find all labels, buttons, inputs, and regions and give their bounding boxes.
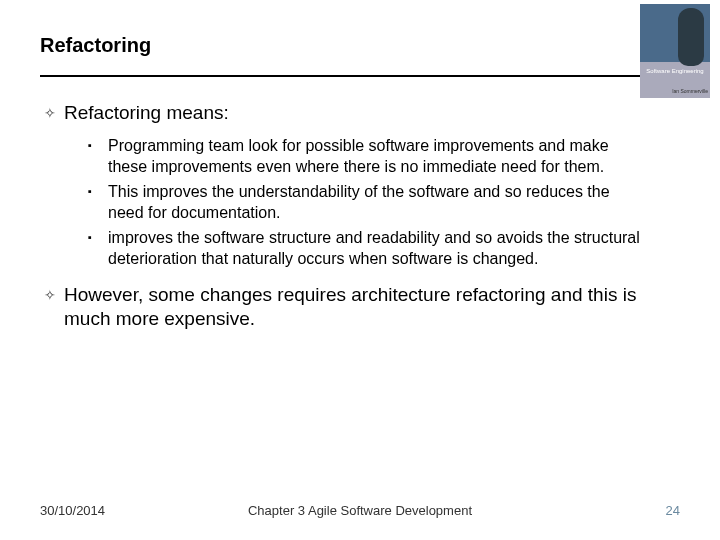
subpoint-text: This improves the understandability of t…	[108, 181, 648, 223]
bullet-level2: ▪ This improves the understandability of…	[88, 181, 676, 223]
bullet-level2: ▪ Programming team look for possible sof…	[88, 135, 676, 177]
point2-text: However, some changes requires architect…	[64, 283, 676, 331]
subpoint-text: Programming team look for possible softw…	[108, 135, 648, 177]
footer-page-number: 24	[666, 503, 680, 518]
bullet-level1: ✧ Refactoring means:	[44, 101, 676, 125]
slide: Refactoring Ian Sommerville ✧ Refactorin…	[0, 0, 720, 540]
square-icon: ▪	[88, 181, 108, 223]
diamond-icon: ✧	[44, 101, 64, 125]
square-icon: ▪	[88, 135, 108, 177]
slide-header: Refactoring Ian Sommerville	[0, 0, 720, 77]
sublist: ▪ Programming team look for possible sof…	[88, 135, 676, 269]
slide-title: Refactoring	[40, 34, 680, 57]
point1-text: Refactoring means:	[64, 101, 229, 125]
slide-body: ✧ Refactoring means: ▪ Programming team …	[0, 77, 720, 331]
footer-date: 30/10/2014	[40, 503, 105, 518]
square-icon: ▪	[88, 227, 108, 269]
bullet-level2: ▪ improves the software structure and re…	[88, 227, 676, 269]
book-author: Ian Sommerville	[642, 88, 708, 94]
footer-chapter: Chapter 3 Agile Software Development	[0, 503, 720, 518]
title-rule	[40, 75, 680, 77]
book-cover-image: Ian Sommerville	[640, 4, 710, 98]
subpoint-text: improves the software structure and read…	[108, 227, 648, 269]
diamond-icon: ✧	[44, 283, 64, 331]
bullet-level1: ✧ However, some changes requires archite…	[44, 283, 676, 331]
slide-footer: 30/10/2014 Chapter 3 Agile Software Deve…	[0, 503, 720, 518]
